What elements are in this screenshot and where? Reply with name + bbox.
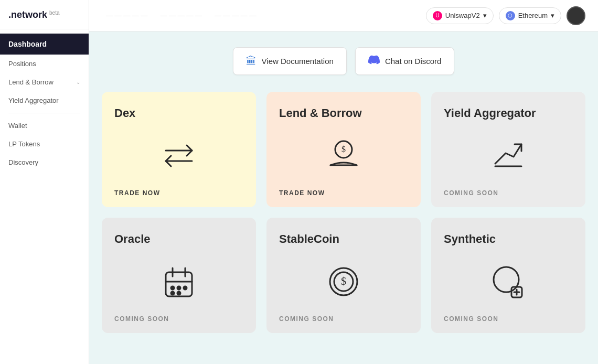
chevron-down-icon: ▾ [483,12,487,19]
card-oracle: Oracle COMING SOON [102,218,256,333]
card-oracle-icon [114,254,243,309]
docs-label: View Documentation [262,57,334,66]
svg-text:$: $ [341,145,346,154]
card-yield-icon [444,129,573,183]
sidebar-item-yield-aggregator[interactable]: Yield Aggregator [0,91,89,110]
beta-badge: beta [49,10,59,16]
card-synthetic-cta: COMING SOON [444,315,573,323]
uniswap-icon: U [433,11,442,20]
sidebar-item-positions[interactable]: Positions [0,55,89,73]
header-tab-3: — — — — — [210,9,260,22]
card-dex-icon [114,129,243,183]
main-content: 🏛 View Documentation Chat on Discord Dex [89,31,598,364]
chevron-down-icon: ⌄ [76,79,80,85]
card-synthetic: Synthetic COMING SOON [431,218,585,333]
card-yield: Yield Aggregator COMING SOON [431,92,585,207]
card-oracle-cta: COMING SOON [114,315,243,323]
sidebar-item-discovery[interactable]: Discovery [0,153,89,172]
app-name: .network [8,9,47,20]
card-stablecoin-icon: $ [279,254,408,309]
card-lend-icon: $ [279,129,408,183]
card-yield-title: Yield Aggregator [444,106,573,120]
header: — — — — — — — — — — — — — — — U UniswapV… [89,0,598,31]
card-lend-cta: TRADE NOW [279,189,408,197]
card-lend-borrow[interactable]: Lend & Borrow $ TRADE NOW [266,92,421,207]
svg-point-12 [184,286,187,290]
svg-point-11 [177,286,180,290]
header-tab-2: — — — — — [156,9,206,22]
svg-text:$: $ [341,275,346,287]
uniswap-label: UniswapV2 [445,12,480,19]
card-synthetic-title: Synthetic [444,232,573,246]
card-stablecoin-title: StableCoin [279,232,408,246]
card-dex-title: Dex [114,106,243,120]
docs-icon: 🏛 [246,55,257,67]
view-docs-button[interactable]: 🏛 View Documentation [233,47,347,75]
sidebar: .networkbeta Dashboard Positions Lend & … [0,0,89,364]
card-lend-title: Lend & Borrow [279,106,408,120]
ethereum-selector[interactable]: ⬡ Ethereum ▾ [499,7,561,24]
discord-icon [368,54,380,68]
chevron-down-icon: ▾ [551,12,554,19]
cards-grid: Dex TRADE NOW Lend & Borrow [102,92,585,333]
svg-point-14 [177,292,180,295]
eth-icon: ⬡ [506,11,515,20]
svg-point-13 [171,292,174,295]
card-stablecoin-cta: COMING SOON [279,315,408,323]
card-dex[interactable]: Dex TRADE NOW [102,92,256,207]
discord-label: Chat on Discord [385,57,442,66]
sidebar-divider [8,113,80,113]
sidebar-item-dashboard[interactable]: Dashboard [0,34,89,55]
header-title-area: — — — — — — — — — — — — — — — [102,9,420,22]
card-yield-cta: COMING SOON [444,189,573,197]
eth-label: Ethereum [518,12,548,19]
card-oracle-title: Oracle [114,232,243,246]
discord-button[interactable]: Chat on Discord [355,47,455,75]
svg-point-10 [171,286,174,290]
svg-point-18 [494,267,519,292]
sidebar-item-lp-tokens[interactable]: LP Tokens [0,135,89,153]
uniswap-selector[interactable]: U UniswapV2 ▾ [426,7,494,24]
sidebar-item-lend-borrow[interactable]: Lend & Borrow ⌄ [0,73,89,91]
logo-area: .networkbeta [0,0,89,29]
card-dex-cta: TRADE NOW [114,189,243,197]
card-synthetic-icon [444,254,573,309]
main-area: — — — — — — — — — — — — — — — U UniswapV… [89,0,598,364]
sidebar-item-wallet[interactable]: Wallet [0,116,89,135]
header-tab-1: — — — — — [102,9,152,22]
header-controls: U UniswapV2 ▾ ⬡ Ethereum ▾ [426,6,585,25]
user-avatar[interactable] [567,6,585,25]
card-stablecoin: StableCoin $ COMING SOON [266,218,421,333]
action-buttons-row: 🏛 View Documentation Chat on Discord [102,47,585,75]
